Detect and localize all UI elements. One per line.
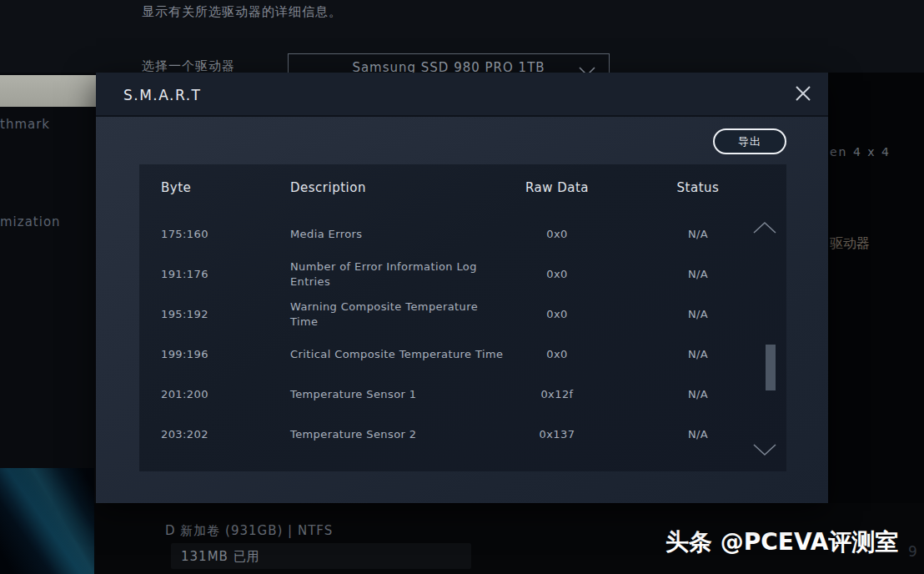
cell-status: N/A	[646, 387, 750, 402]
cell-status: N/A	[646, 347, 750, 362]
export-button[interactable]: 导出	[713, 128, 786, 154]
interface-info-fragment: en 4 x 4	[830, 145, 891, 159]
cell-byte: 203:202	[161, 427, 269, 442]
scrollbar-thumb[interactable]	[766, 345, 776, 390]
cell-byte: 199:196	[161, 347, 269, 362]
cell-status: N/A	[646, 267, 750, 282]
cell-description: Temperature Sensor 1	[290, 387, 505, 402]
screen: 显示有关所选驱动器的详细信息。 选择一个驱动器 Samsung SSD 980 …	[0, 0, 924, 574]
table-row[interactable]: 195:192 Warning Composite Temperature Ti…	[139, 295, 786, 335]
cell-byte: 191:176	[161, 267, 269, 282]
background-left-column	[0, 73, 96, 503]
cell-status: N/A	[646, 307, 750, 322]
table-body: 175:160 Media Errors 0x0 N/A 191:176 Num…	[139, 214, 786, 455]
volume-usage-bar: 131MB 已用	[171, 543, 471, 569]
sidebar-item-optimization[interactable]: mization	[0, 214, 61, 229]
table-row[interactable]: 203:202 Temperature Sensor 2 0x137 N/A	[139, 415, 786, 455]
cell-raw-data: 0x0	[490, 347, 625, 362]
table-row[interactable]: 201:200 Temperature Sensor 1 0x12f N/A	[139, 375, 786, 415]
cell-raw-data: 0x0	[490, 267, 625, 282]
dialog-header: S.M.A.R.T	[96, 73, 828, 117]
sidebar-selected-highlight[interactable]	[0, 75, 96, 107]
close-icon[interactable]	[793, 84, 813, 104]
cell-description: Temperature Sensor 2	[290, 427, 505, 442]
cell-description: Media Errors	[290, 227, 505, 242]
volume-info: D 新加卷 (931GB) | NTFS	[165, 523, 333, 539]
cell-description: Warning Composite Temperature Time	[290, 300, 505, 330]
header-description: Description	[290, 180, 505, 195]
volume-used-label: 131MB 已用	[181, 549, 260, 565]
page-number: 9	[908, 543, 917, 560]
smart-dialog: S.M.A.R.T 导出 Byte Description Raw Data S…	[96, 73, 828, 503]
cell-byte: 201:200	[161, 387, 269, 402]
dialog-title: S.M.A.R.T	[123, 87, 202, 103]
cell-byte: 195:192	[161, 307, 269, 322]
table-row[interactable]: 191:176 Number of Error Information Log …	[139, 254, 786, 295]
header-status: Status	[646, 180, 750, 195]
drive-label-fragment: 驱动器	[830, 235, 870, 253]
cell-status: N/A	[646, 227, 750, 242]
table-row[interactable]: 199:196 Critical Composite Temperature T…	[139, 335, 786, 375]
cell-raw-data: 0x0	[490, 307, 625, 322]
header-byte: Byte	[161, 180, 269, 195]
cell-byte: 175:160	[161, 227, 269, 242]
table-header-row: Byte Description Raw Data Status	[139, 164, 786, 211]
cell-raw-data: 0x137	[490, 427, 625, 442]
cell-raw-data: 0x12f	[490, 387, 625, 402]
header-raw-data: Raw Data	[490, 180, 625, 195]
table-row[interactable]: 175:160 Media Errors 0x0 N/A	[139, 214, 786, 254]
background-right-column	[828, 73, 924, 503]
cell-description: Critical Composite Temperature Time	[290, 347, 505, 362]
ssd-product-image	[0, 468, 94, 574]
drive-details-description: 显示有关所选驱动器的详细信息。	[142, 4, 342, 20]
scroll-down-icon[interactable]	[751, 440, 778, 461]
sidebar-item-benchmark[interactable]: thmark	[0, 117, 50, 132]
watermark: 头条 @PCEVA评测室	[665, 526, 898, 558]
scroll-up-icon[interactable]	[751, 218, 778, 239]
smart-table: Byte Description Raw Data Status 175:160…	[139, 164, 786, 471]
cell-description: Number of Error Information Log Entries	[290, 259, 505, 290]
cell-raw-data: 0x0	[490, 227, 625, 242]
cell-status: N/A	[646, 427, 750, 442]
